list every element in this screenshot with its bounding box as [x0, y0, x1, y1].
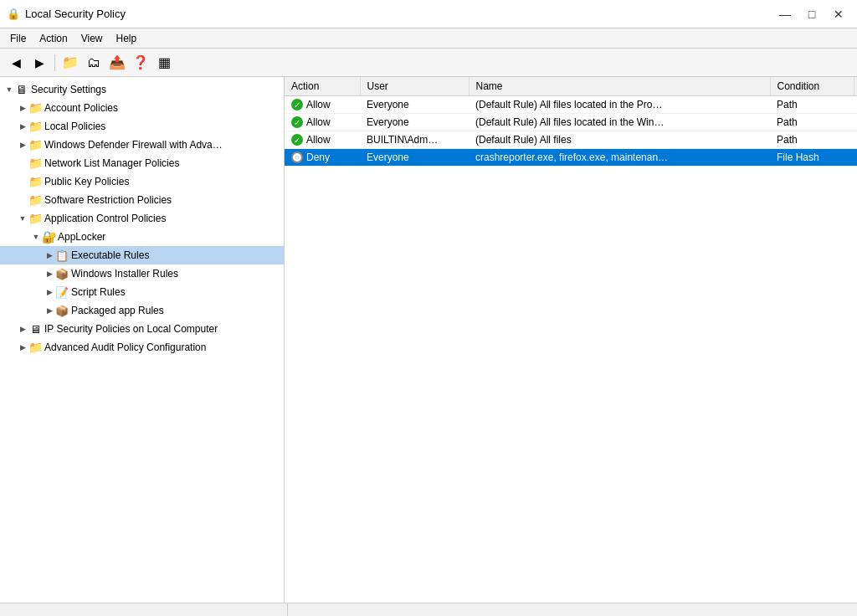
tree-item-security-settings[interactable]: ▼ 🖥 Security Settings	[0, 80, 284, 99]
folder-icon-audit: 📁	[28, 341, 42, 354]
ip-security-icon: 🖥	[28, 322, 42, 336]
list-view[interactable]: Action User Name Condition Exceptions ✓A…	[285, 77, 857, 603]
table-row[interactable]: ✓AllowEveryone(Default Rule) All files l…	[285, 114, 857, 131]
expander-executable-rules[interactable]: ▶	[44, 249, 55, 261]
action-text-1: Allow	[306, 116, 331, 128]
expander-packaged-rules[interactable]: ▶	[44, 305, 55, 316]
expander-windows-defender[interactable]: ▶	[17, 139, 28, 151]
menu-file[interactable]: File	[3, 31, 33, 46]
applocker-icon: 🔐	[42, 230, 55, 244]
allow-icon: ✓	[291, 116, 303, 128]
folder-up-button[interactable]: 📁	[59, 52, 81, 74]
properties-icon: ▦	[158, 54, 171, 70]
col-header-exceptions[interactable]: Exceptions	[854, 77, 857, 96]
table-row[interactable]: ○DenyEveryonecrashreporter.exe, firefox.…	[285, 149, 857, 167]
tree-item-packaged-rules[interactable]: ▶ 📦 Packaged app Rules	[0, 301, 284, 320]
cell-name-1: (Default Rule) All files located in the …	[469, 114, 770, 131]
menu-action[interactable]: Action	[33, 31, 74, 46]
expander-applocker[interactable]: ▼	[30, 231, 42, 243]
label-network-list: Network List Manager Policies	[44, 157, 179, 169]
folder-icon-software: 📁	[28, 193, 42, 207]
tree-item-software-restriction[interactable]: 📁 Software Restriction Policies	[0, 191, 284, 209]
tree-item-script-rules[interactable]: ▶ 📝 Script Rules	[0, 283, 284, 301]
cell-name-0: (Default Rule) All files located in the …	[469, 96, 770, 114]
expander-windows-installer[interactable]: ▶	[44, 268, 55, 280]
tree-item-account-policies[interactable]: ▶ 📁 Account Policies	[0, 99, 284, 117]
folder-icon-app-control: 📁	[28, 212, 42, 225]
col-header-user[interactable]: User	[360, 77, 469, 96]
table-row[interactable]: ✓AllowBUILTIN\Adm…(Default Rule) All fil…	[285, 131, 857, 149]
label-ip-security: IP Security Policies on Local Computer	[44, 323, 218, 335]
label-windows-defender: Windows Defender Firewall with Adva…	[44, 139, 223, 151]
tree-item-windows-installer[interactable]: ▶ 📦 Windows Installer Rules	[0, 264, 284, 283]
expander-ip-security[interactable]: ▶	[17, 323, 28, 335]
right-horizontal-scrollbar[interactable]	[288, 603, 854, 616]
cell-condition-0: Path	[770, 96, 854, 114]
expander-advanced-audit[interactable]: ▶	[17, 341, 28, 353]
cell-exceptions-2	[854, 131, 857, 149]
export-button[interactable]: 📤	[106, 52, 128, 74]
cell-user-0: Everyone	[360, 96, 469, 114]
help-icon: ❓	[132, 54, 149, 70]
left-horizontal-scrollbar[interactable]	[3, 603, 288, 616]
cell-action-3: ○Deny	[285, 149, 360, 167]
expander-public-key[interactable]	[17, 176, 28, 187]
table-header-row: Action User Name Condition Exceptions	[285, 77, 857, 96]
minimize-button[interactable]: —	[773, 5, 797, 23]
tree-item-executable-rules[interactable]: ▶ 📋 Executable Rules	[0, 246, 284, 264]
tree-item-applocker[interactable]: ▼ 🔐 AppLocker	[0, 228, 284, 246]
tree-pane[interactable]: ▼ 🖥 Security Settings ▶ 📁 Account Polici…	[0, 77, 285, 603]
menu-help[interactable]: Help	[110, 31, 144, 46]
cell-name-3: crashreporter.exe, firefox.exe, maintena…	[469, 149, 770, 167]
forward-button[interactable]: ▶	[28, 52, 50, 74]
maximize-button[interactable]: □	[800, 5, 824, 23]
rules-table: Action User Name Condition Exceptions ✓A…	[285, 77, 857, 167]
folder-icon-local: 📁	[28, 120, 42, 133]
tree-item-app-control[interactable]: ▼ 📁 Application Control Policies	[0, 209, 284, 228]
action-text-0: Allow	[306, 99, 331, 110]
col-header-name[interactable]: Name	[469, 77, 770, 96]
app-icon: 🔒	[7, 8, 20, 21]
expander-account-policies[interactable]: ▶	[17, 102, 28, 114]
forward-icon: ▶	[35, 56, 44, 69]
folder-button[interactable]: 🗂	[83, 52, 105, 74]
export-icon: 📤	[109, 54, 126, 70]
cell-condition-3: File Hash	[770, 149, 854, 167]
tree-item-windows-defender[interactable]: ▶ 📁 Windows Defender Firewall with Adva…	[0, 136, 284, 154]
table-row[interactable]: ✓AllowEveryone(Default Rule) All files l…	[285, 96, 857, 114]
expander-network-list[interactable]	[17, 157, 28, 169]
label-public-key: Public Key Policies	[44, 176, 129, 187]
properties-button[interactable]: ▦	[153, 52, 175, 74]
deny-icon: ○	[291, 151, 303, 163]
help-button[interactable]: ❓	[130, 52, 151, 74]
col-header-condition[interactable]: Condition	[770, 77, 854, 96]
script-icon: 📝	[55, 285, 69, 299]
expander-app-control[interactable]: ▼	[17, 213, 28, 224]
title-bar: 🔒 Local Security Policy — □ ✕	[0, 0, 857, 28]
menu-view[interactable]: View	[74, 31, 110, 46]
expander-security-settings[interactable]: ▼	[3, 84, 15, 95]
cell-action-2: ✓Allow	[285, 131, 360, 149]
tree-item-ip-security[interactable]: ▶ 🖥 IP Security Policies on Local Comput…	[0, 320, 284, 338]
folder-icon-account: 📁	[28, 101, 42, 115]
folder-icon-network: 📁	[28, 157, 42, 170]
toolbar: ◀ ▶ 📁 🗂 📤 ❓ ▦	[0, 49, 857, 77]
menu-bar: File Action View Help	[0, 28, 857, 49]
tree-item-advanced-audit[interactable]: ▶ 📁 Advanced Audit Policy Configuration	[0, 338, 284, 357]
installer-icon: 📦	[55, 267, 69, 280]
tree-item-network-list[interactable]: 📁 Network List Manager Policies	[0, 154, 284, 172]
title-bar-controls: — □ ✕	[773, 5, 850, 23]
tree-item-local-policies[interactable]: ▶ 📁 Local Policies	[0, 117, 284, 136]
label-software-restriction: Software Restriction Policies	[44, 194, 172, 206]
col-header-action[interactable]: Action	[285, 77, 360, 96]
cell-exceptions-3	[854, 149, 857, 167]
expander-software-restriction[interactable]	[17, 194, 28, 206]
back-button[interactable]: ◀	[5, 52, 27, 74]
action-text-2: Allow	[306, 134, 331, 146]
expander-script-rules[interactable]: ▶	[44, 286, 55, 298]
cell-exceptions-1	[854, 114, 857, 131]
tree-item-public-key[interactable]: 📁 Public Key Policies	[0, 172, 284, 191]
close-button[interactable]: ✕	[827, 5, 850, 23]
title-bar-left: 🔒 Local Security Policy	[7, 8, 126, 21]
expander-local-policies[interactable]: ▶	[17, 121, 28, 132]
